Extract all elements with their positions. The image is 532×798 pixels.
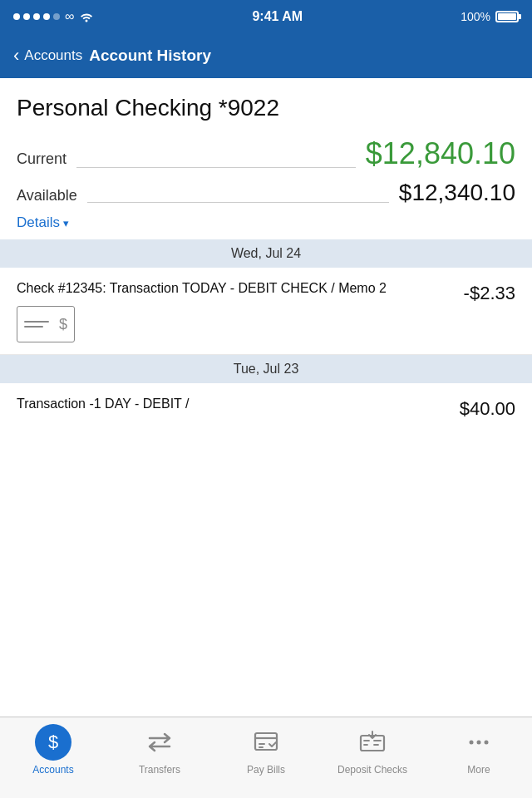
tab-more[interactable]: More [426,724,532,776]
available-balance: $12,340.10 [399,180,515,206]
current-label: Current [17,150,66,168]
transfers-icon [145,727,175,757]
more-tab-label: More [467,764,490,776]
battery-percent: 100% [461,10,490,23]
deposit-checks-tab-label: Deposit Checks [337,764,407,776]
nav-bar: ‹ Accounts Account History [0,33,532,78]
back-label: Accounts [24,47,82,64]
transaction-row[interactable]: Check #12345: Transaction TODAY - DEBIT … [0,268,532,355]
status-left: ∞ [13,9,94,24]
status-time: 9:41 AM [252,9,303,24]
tab-transfers[interactable]: Transfers [106,724,213,776]
accounts-icon-wrapper: $ [35,724,71,761]
svg-point-4 [485,741,489,745]
main-content: Personal Checking *9022 Current $12,840.… [0,78,532,434]
tab-accounts[interactable]: $ Accounts [0,724,106,776]
dollar-sign-icon: $ [59,316,67,333]
transfers-icon-wrapper [141,724,178,761]
svg-point-2 [470,741,474,745]
transaction-amount: -$2.33 [464,283,515,304]
account-header: Personal Checking *9022 Current $12,840.… [0,78,532,239]
available-label: Available [17,187,77,204]
available-balance-row: Available $12,340.10 [17,180,515,206]
transaction-left: Check #12345: Transaction TODAY - DEBIT … [17,279,464,342]
svg-point-3 [477,741,481,745]
pay-bills-icon-wrapper [248,724,284,761]
account-name: Personal Checking *9022 [17,95,515,121]
available-divider [87,202,389,203]
deposit-checks-icon-wrapper [354,724,391,761]
page-title: Account History [89,47,211,65]
balance-divider [76,167,356,168]
details-button[interactable]: Details ▾ [17,214,515,231]
back-button[interactable]: ‹ Accounts [13,47,82,65]
transaction-description-2: Transaction -1 DAY - DEBIT / [17,395,446,413]
section-header-wed: Wed, Jul 24 [0,239,532,268]
status-bar: ∞ 9:41 AM 100% [0,0,532,33]
svg-rect-0 [255,733,277,750]
wifi-icon: ∞ [65,9,74,24]
accounts-tab-label: Accounts [32,764,73,776]
deposit-checks-icon [357,727,387,757]
status-right: 100% [461,10,519,23]
back-chevron-icon: ‹ [13,47,19,65]
more-icon [464,727,494,757]
wifi-icon [79,11,94,22]
transaction-description: Check #12345: Transaction TODAY - DEBIT … [17,279,451,298]
battery-icon [495,11,519,22]
tab-bar: $ Accounts Transfers Pay Bills [0,717,532,798]
signal-dots [13,13,60,20]
tab-deposit-checks[interactable]: Deposit Checks [319,724,426,776]
accounts-icon: $ [35,724,71,761]
transaction-row-partial[interactable]: Transaction -1 DAY - DEBIT / $40.00 [0,383,532,433]
details-chevron-icon: ▾ [63,217,69,229]
pay-bills-tab-label: Pay Bills [247,764,285,776]
tab-pay-bills[interactable]: Pay Bills [213,724,319,776]
check-lines [24,321,56,328]
transfers-tab-label: Transfers [139,764,180,776]
details-label: Details [17,214,60,231]
current-balance-row: Current $12,840.10 [17,136,515,171]
check-image-icon: $ [17,306,75,342]
current-balance: $12,840.10 [366,136,515,171]
pay-bills-icon [251,727,281,757]
section-header-tue: Tue, Jul 23 [0,355,532,383]
transaction-amount-2: $40.00 [460,398,515,420]
more-icon-wrapper [461,724,497,761]
transaction-left-2: Transaction -1 DAY - DEBIT / [17,395,460,421]
